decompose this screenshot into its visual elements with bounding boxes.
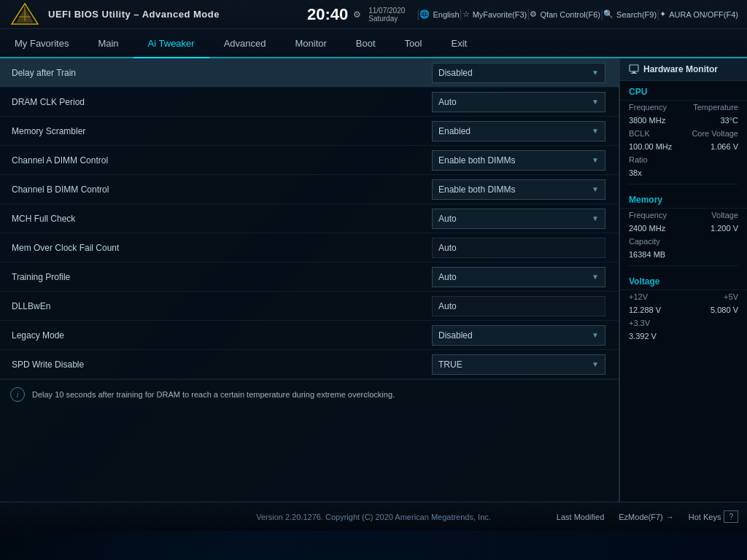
chevron-down-icon-2: ▼	[592, 98, 599, 106]
hw-cpu-ratio-label: Ratio	[629, 155, 648, 164]
info-bar: i Delay 10 seconds after training for DR…	[0, 379, 619, 408]
nav-exit[interactable]: Exit	[436, 28, 481, 58]
setting-row-delay-after-train[interactable]: Delay after Train Disabled ▼	[0, 58, 619, 88]
setting-value-channel-b-dimm: Enable both DIMMs ▼	[432, 179, 607, 200]
hw-monitor-header: Hardware Monitor	[620, 58, 747, 81]
hw-mem-frequency-value: 2400 MHz	[629, 224, 665, 233]
qfan-button[interactable]: ⚙ Qfan Control(F6)	[530, 9, 600, 19]
chevron-down-icon-4: ▼	[592, 156, 599, 164]
nav-boot[interactable]: Boot	[341, 28, 390, 58]
ez-mode-arrow-icon: →	[666, 513, 674, 521]
setting-row-mch-full-check[interactable]: MCH Full Check Auto ▼	[0, 204, 619, 233]
settings-icon[interactable]: ⚙	[353, 9, 361, 20]
hw-cpu-divider	[629, 184, 738, 184]
setting-value-dram-clk-period: Auto ▼	[432, 92, 607, 112]
hardware-monitor: Hardware Monitor CPU Frequency Temperatu…	[619, 58, 747, 502]
hw-mem-voltage-value: 1.200 V	[711, 224, 738, 233]
hw-mem-frequency-row: Frequency Voltage	[620, 209, 747, 222]
dropdown-channel-b-dimm[interactable]: Enable both DIMMs ▼	[432, 179, 605, 200]
hw-voltage-title: Voltage	[620, 271, 747, 290]
setting-row-training-profile[interactable]: Training Profile Auto ▼	[0, 262, 619, 292]
nav-ai-tweaker[interactable]: Ai Tweaker	[133, 29, 209, 58]
dropdown-spd-write-disable[interactable]: TRUE ▼	[432, 354, 605, 375]
hot-keys-button[interactable]: Hot Keys ?	[689, 510, 738, 523]
main-content: Delay after Train Disabled ▼ DRAM CLK Pe…	[0, 58, 747, 502]
asus-logo	[9, 2, 41, 27]
header-top: UEFI BIOS Utility – Advanced Mode 20:40 …	[0, 0, 747, 29]
search-label: Search(F9)	[616, 10, 657, 19]
setting-row-mem-overclock-fail[interactable]: Mem Over Clock Fail Count Auto	[0, 233, 619, 262]
last-modified-button[interactable]: Last Modified	[557, 513, 604, 521]
hw-volt-33v-value: 3.392 V	[629, 332, 657, 341]
monitor-icon	[629, 64, 639, 74]
setting-label-spd-write-disable: SPD Write Disable	[12, 359, 432, 370]
setting-row-legacy-mode[interactable]: Legacy Mode Disabled ▼	[0, 321, 619, 350]
footer: Version 2.20.1276. Copyright (C) 2020 Am…	[0, 502, 747, 531]
setting-value-mch-full-check: Auto ▼	[432, 209, 607, 229]
hw-cpu-ratio-row: Ratio	[620, 153, 747, 166]
hw-volt-12v-row: +12V +5V	[620, 290, 747, 303]
hw-volt-12v-value-row: 12.288 V 5.080 V	[620, 303, 747, 316]
static-dllbwen: Auto	[432, 296, 605, 316]
hot-keys-key[interactable]: ?	[724, 510, 738, 523]
aura-icon: ✦	[659, 9, 666, 19]
hw-volt-12v-label: +12V	[629, 292, 648, 301]
hw-cpu-frequency-label: Frequency	[629, 103, 667, 112]
hw-cpu-temperature-value: 33°C	[720, 116, 738, 125]
dropdown-delay-after-train[interactable]: Disabled ▼	[432, 63, 605, 83]
setting-row-channel-b-dimm[interactable]: Channel B DIMM Control Enable both DIMMs…	[0, 175, 619, 204]
setting-row-dllbwen[interactable]: DLLBwEn Auto	[0, 292, 619, 321]
language-selector[interactable]: 🌐 English	[419, 9, 459, 19]
dropdown-dram-clk-period[interactable]: Auto ▼	[432, 92, 605, 112]
setting-row-spd-write-disable[interactable]: SPD Write Disable TRUE ▼	[0, 350, 619, 379]
svg-rect-3	[632, 71, 635, 73]
my-favorite-button[interactable]: ☆ MyFavorite(F3)	[462, 9, 527, 19]
dropdown-channel-a-dimm[interactable]: Enable both DIMMs ▼	[432, 150, 605, 171]
setting-label-dram-clk-period: DRAM CLK Period	[12, 97, 432, 107]
dropdown-legacy-mode[interactable]: Disabled ▼	[432, 325, 605, 346]
nav-monitor[interactable]: Monitor	[281, 28, 341, 58]
chevron-down-icon-7: ▼	[592, 273, 599, 281]
day-display: Saturday	[368, 15, 405, 23]
nav-advanced[interactable]: Advanced	[209, 28, 281, 58]
hw-cpu-frequency-value: 3800 MHz	[629, 116, 665, 125]
hw-volt-12v-value: 12.288 V	[629, 306, 661, 314]
setting-label-channel-b-dimm: Channel B DIMM Control	[12, 184, 432, 195]
aura-label: AURA ON/OFF(F4)	[669, 10, 738, 19]
hw-mem-voltage-label: Voltage	[711, 211, 738, 219]
chevron-down-icon-8: ▼	[592, 331, 599, 339]
setting-label-channel-a-dimm: Channel A DIMM Control	[12, 155, 432, 166]
hw-cpu-bclk-label: BCLK	[629, 129, 650, 138]
hw-mem-capacity-row: Capacity	[620, 235, 747, 248]
setting-label-delay-after-train: Delay after Train	[12, 68, 432, 78]
hw-mem-capacity-value: 16384 MB	[629, 250, 665, 259]
nav-bar: My Favorites Main Ai Tweaker Advanced Mo…	[0, 29, 747, 58]
nav-tool[interactable]: Tool	[390, 28, 437, 58]
bios-title: UEFI BIOS Utility – Advanced Mode	[48, 9, 220, 20]
chevron-down-icon-9: ▼	[592, 360, 599, 368]
hw-mem-capacity-value-row: 16384 MB	[620, 248, 747, 261]
aura-button[interactable]: ✦ AURA ON/OFF(F4)	[659, 9, 738, 19]
fan-icon: ⚙	[530, 9, 537, 19]
setting-row-memory-scrambler[interactable]: Memory Scrambler Enabled ▼	[0, 117, 619, 146]
dropdown-mch-full-check[interactable]: Auto ▼	[432, 209, 605, 229]
ez-mode-button[interactable]: EzMode(F7) →	[619, 513, 674, 521]
setting-value-channel-a-dimm: Enable both DIMMs ▼	[432, 150, 607, 171]
search-button[interactable]: 🔍 Search(F9)	[603, 9, 657, 19]
qfan-label: Qfan Control(F6)	[540, 10, 600, 19]
hw-volt-33v-row: +3.3V	[620, 316, 747, 330]
hw-mem-frequency-value-row: 2400 MHz 1.200 V	[620, 222, 747, 235]
static-mem-overclock-fail: Auto	[432, 238, 605, 258]
nav-my-favorites[interactable]: My Favorites	[0, 28, 83, 58]
dropdown-memory-scrambler[interactable]: Enabled ▼	[432, 121, 605, 141]
nav-main[interactable]: Main	[83, 28, 133, 58]
svg-rect-2	[630, 65, 638, 71]
setting-row-channel-a-dimm[interactable]: Channel A DIMM Control Enable both DIMMs…	[0, 146, 619, 175]
setting-row-dram-clk-period[interactable]: DRAM CLK Period Auto ▼	[0, 88, 619, 117]
setting-label-training-profile: Training Profile	[12, 272, 432, 282]
dropdown-training-profile[interactable]: Auto ▼	[432, 267, 605, 287]
logo-area: UEFI BIOS Utility – Advanced Mode	[9, 2, 307, 27]
settings-panel: Delay after Train Disabled ▼ DRAM CLK Pe…	[0, 58, 619, 502]
setting-label-mch-full-check: MCH Full Check	[12, 214, 432, 224]
hw-mem-frequency-label: Frequency	[629, 211, 667, 219]
